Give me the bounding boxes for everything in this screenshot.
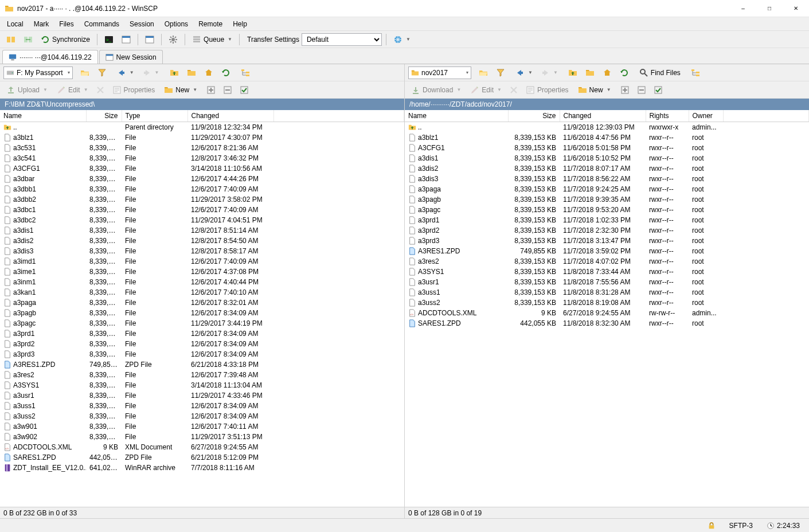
local-collapse-button[interactable]	[220, 84, 235, 96]
table-row[interactable]: a3blz18,339,15...File11/29/2017 4:30:07 …	[0, 132, 404, 143]
remote-properties-button[interactable]: Properties	[523, 84, 572, 96]
local-upload-button[interactable]: Upload▼	[3, 84, 50, 96]
menu-commands[interactable]: Commands	[80, 18, 124, 30]
local-drive-select[interactable]: F: My Passport	[3, 66, 73, 79]
table-row[interactable]: a3kan18,339,15...File12/6/2017 7:40:10 A…	[0, 287, 404, 298]
remote-delete-button[interactable]	[506, 84, 521, 96]
table-row[interactable]: a3pagb8,339,15...File12/6/2017 8:34:09 A…	[0, 308, 404, 318]
col-size[interactable]: Size	[86, 110, 122, 122]
table-row[interactable]: ADCDTOOLS.XML9 KB6/27/2018 9:24:55 AMrw-…	[405, 308, 809, 318]
table-row[interactable]: a3dbc28,339,15...File11/29/2017 4:04:51 …	[0, 215, 404, 225]
preferences-button[interactable]	[166, 33, 181, 46]
table-row[interactable]: a3prd28,339,15...File12/6/2017 8:34:09 A…	[0, 339, 404, 349]
table-row[interactable]: a3dbb18,339,15...File12/6/2017 7:40:09 A…	[0, 184, 404, 194]
table-row[interactable]: a3c5318,339,15...File12/6/2017 8:21:36 A…	[0, 143, 404, 153]
table-row[interactable]: a3res28,339,153 KB11/7/2018 4:07:02 PMrw…	[405, 256, 809, 267]
table-row[interactable]: a3uss18,339,15...File12/6/2017 8:34:09 A…	[0, 401, 404, 411]
local-edit-button[interactable]: Edit▼	[54, 84, 91, 96]
local-open-button[interactable]	[77, 66, 92, 79]
table-row[interactable]: a3res28,339,15...File12/6/2017 7:39:48 A…	[0, 370, 404, 380]
session-tab-active[interactable]: ······· ···@104.46.119.22	[2, 50, 98, 64]
col-rights[interactable]: Rights	[646, 110, 689, 122]
table-row[interactable]: A3CFG18,339,15...File3/14/2018 11:10:56 …	[0, 163, 404, 174]
remote-edit-button[interactable]: Edit▼	[467, 84, 505, 96]
menu-help[interactable]: Help	[228, 18, 252, 30]
local-tree-button[interactable]	[238, 66, 253, 79]
remote-refresh-button[interactable]	[617, 66, 632, 79]
col-changed[interactable]: Changed	[560, 110, 646, 122]
table-row[interactable]: a3inm18,339,15...File12/6/2017 4:40:44 P…	[0, 277, 404, 287]
table-row[interactable]: a3pagc8,339,15...File11/29/2017 3:44:19 …	[0, 318, 404, 328]
table-row[interactable]: a3dis18,339,15...File12/8/2017 8:51:14 A…	[0, 225, 404, 236]
remote-tree-button[interactable]	[688, 66, 703, 79]
menu-remote[interactable]: Remote	[194, 18, 227, 30]
table-row[interactable]: a3usr18,339,153 KB11/8/2018 7:55:56 AMrw…	[405, 277, 809, 287]
menu-mark[interactable]: Mark	[29, 18, 54, 30]
table-row[interactable]: a3w9018,339,15...File12/6/2017 7:40:11 A…	[0, 421, 404, 432]
local-filter-button[interactable]	[95, 66, 110, 79]
local-properties-button[interactable]: Properties	[110, 84, 158, 96]
remote-file-list[interactable]: Name Size Changed Rights Owner ..11/9/20…	[405, 110, 809, 507]
table-row[interactable]: a3c5418,339,15...File12/8/2017 3:46:32 P…	[0, 153, 404, 163]
table-row[interactable]: a3uss28,339,15...File12/6/2017 8:34:09 A…	[0, 411, 404, 421]
local-home-button[interactable]	[201, 66, 216, 79]
col-name[interactable]: Name	[405, 110, 508, 122]
remote-new-button[interactable]: New▼	[575, 84, 614, 96]
table-row-parent[interactable]: ..11/9/2018 12:39:03 PMrwxrwxr-xadmin...	[405, 122, 809, 132]
local-expand-button[interactable]	[204, 84, 218, 96]
close-button[interactable]: ✕	[783, 0, 809, 17]
col-changed[interactable]: Changed	[187, 110, 273, 122]
table-row[interactable]: a3prd18,339,15...File12/6/2017 8:34:09 A…	[0, 328, 404, 339]
table-row[interactable]: a3imd18,339,15...File12/6/2017 7:40:09 A…	[0, 256, 404, 267]
local-root-button[interactable]	[184, 66, 199, 79]
table-row[interactable]: a3dis28,339,15...File12/8/2017 8:54:50 A…	[0, 236, 404, 246]
local-back-button[interactable]: ▼	[114, 66, 137, 79]
local-delete-button[interactable]	[93, 84, 108, 96]
synchronize-button[interactable]: Synchronize	[38, 33, 93, 46]
local-refresh-button[interactable]	[218, 66, 233, 79]
table-row[interactable]: A3SYS18,339,153 KB11/8/2018 7:33:44 AMrw…	[405, 267, 809, 277]
local-new-button[interactable]: New▼	[161, 84, 200, 96]
menu-local[interactable]: Local	[2, 18, 28, 30]
remote-dir-select[interactable]: nov2017	[408, 66, 471, 79]
table-row[interactable]: a3prd28,339,153 KB11/7/2018 2:32:30 PMrw…	[405, 225, 809, 236]
remote-parent-button[interactable]	[565, 66, 580, 79]
table-row[interactable]: a3dbb28,339,15...File11/29/2017 3:58:02 …	[0, 194, 404, 205]
table-row[interactable]: a3prd38,339,153 KB11/7/2018 3:13:47 PMrw…	[405, 236, 809, 246]
remote-collapse-button[interactable]	[634, 84, 649, 96]
table-row[interactable]: A3RES1.ZPD749,855 KBZPD File6/21/2018 4:…	[0, 359, 404, 370]
remote-expand-button[interactable]	[618, 84, 632, 96]
local-checkall-button[interactable]	[237, 84, 252, 96]
local-path[interactable]: F:\IBM ZD&T\Uncompressed\	[0, 99, 404, 110]
console-button[interactable]	[101, 33, 116, 46]
table-row[interactable]: a3prd18,339,153 KB11/7/2018 1:02:33 PMrw…	[405, 215, 809, 225]
table-row[interactable]: a3w9028,339,15...File11/29/2017 3:51:13 …	[0, 432, 404, 442]
col-name[interactable]: Name	[0, 110, 86, 122]
transfer-settings-select[interactable]: Default	[302, 33, 382, 46]
table-row[interactable]: SARES1.ZPD442,055 KBZPD File6/21/2018 5:…	[0, 452, 404, 463]
remote-home-button[interactable]	[600, 66, 615, 79]
sync-browse-button[interactable]	[21, 33, 36, 46]
table-row[interactable]: ADCDTOOLS.XML9 KBXML Document6/27/2018 9…	[0, 442, 404, 452]
table-row[interactable]: ZDT_Install_EE_V12.0....641,024 KBWinRAR…	[0, 463, 404, 473]
local-file-list[interactable]: Name Size Type Changed ..Parent director…	[0, 110, 404, 507]
remote-open-button[interactable]	[476, 66, 491, 79]
table-row[interactable]: a3prd38,339,15...File12/6/2017 8:34:09 A…	[0, 349, 404, 359]
session-color-button[interactable]: ▼	[390, 33, 413, 46]
table-row[interactable]: a3dis18,339,153 KB11/6/2018 5:10:52 PMrw…	[405, 153, 809, 163]
menu-options[interactable]: Options	[160, 18, 193, 30]
remote-path[interactable]: /home/··········/ZDT/adcd/nov2017/	[405, 99, 809, 110]
remote-filter-button[interactable]	[493, 66, 508, 79]
table-row[interactable]: a3usr18,339,15...File11/29/2017 4:33:46 …	[0, 390, 404, 401]
remote-root-button[interactable]	[583, 66, 597, 79]
queue-button[interactable]: Queue ▼	[189, 33, 235, 46]
table-row[interactable]: a3dis28,339,153 KB11/7/2018 8:07:17 AMrw…	[405, 163, 809, 174]
table-row[interactable]: a3pagb8,339,153 KB11/7/2018 9:39:35 AMrw…	[405, 194, 809, 205]
session-tab-new[interactable]: New Session	[99, 50, 163, 64]
table-row[interactable]: a3ime18,339,15...File12/6/2017 4:37:08 P…	[0, 267, 404, 277]
col-type[interactable]: Type	[122, 110, 187, 122]
table-row[interactable]: a3dbc18,339,15...File12/6/2017 7:40:09 A…	[0, 205, 404, 215]
remote-download-button[interactable]: Download▼	[408, 84, 464, 96]
table-row[interactable]: a3dis38,339,153 KB11/7/2018 8:56:22 AMrw…	[405, 174, 809, 184]
table-row[interactable]: a3paga8,339,153 KB11/7/2018 9:24:25 AMrw…	[405, 184, 809, 194]
